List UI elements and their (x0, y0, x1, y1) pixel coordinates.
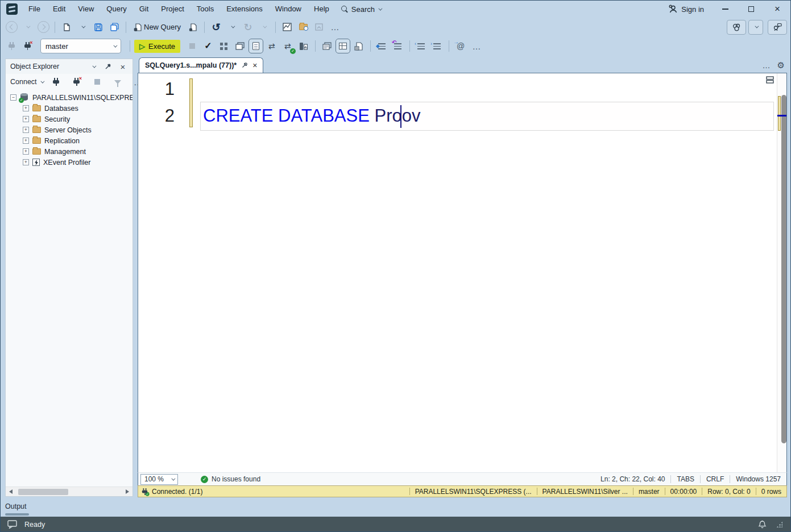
scroll-right-icon[interactable] (126, 489, 129, 494)
scroll-left-icon[interactable] (9, 489, 13, 494)
execute-button[interactable]: ▷ Execute (134, 40, 180, 53)
new-query-current-connection-button[interactable] (185, 20, 200, 35)
sql-toolbar-overflow-button[interactable]: … (469, 39, 484, 53)
cancel-query-button[interactable] (185, 39, 200, 53)
tree-node-databases[interactable]: + Databases (6, 103, 132, 114)
new-file-dropdown[interactable] (75, 20, 90, 35)
code-editor[interactable]: 1 2 CREATE DATABASE Proov (138, 73, 787, 472)
tab-close-button[interactable]: × (252, 61, 257, 69)
new-query-button[interactable]: New Query (130, 20, 184, 35)
tree-node-security[interactable]: + Security (6, 114, 132, 124)
user-accounts-button[interactable] (727, 20, 746, 35)
panel-pin-button[interactable] (103, 61, 113, 72)
activity-monitor-button[interactable] (280, 20, 295, 35)
expand-icon[interactable]: + (23, 127, 29, 133)
estimated-plan-button[interactable] (217, 39, 231, 53)
query-document-tab[interactable]: SQLQuery1.s...mpalu (77))* × (139, 57, 263, 73)
redo-button[interactable]: ↻ (241, 20, 255, 35)
expand-icon[interactable]: + (23, 159, 29, 165)
search-control[interactable]: Search (336, 5, 387, 14)
tab-pin-button[interactable] (241, 62, 248, 69)
menu-view[interactable]: View (72, 1, 100, 18)
results-to-text-button[interactable] (320, 39, 334, 53)
comment-selection-button[interactable] (375, 39, 390, 53)
toolbar-overflow-button[interactable]: … (328, 20, 342, 35)
expand-icon[interactable]: + (23, 105, 29, 111)
sign-in-button[interactable]: Sign in (661, 5, 712, 14)
menu-file[interactable]: File (22, 1, 47, 18)
increase-indent-button[interactable]: › (430, 39, 445, 53)
send-feedback-button[interactable] (768, 20, 787, 35)
connect-button[interactable] (4, 39, 19, 53)
tabs-indicator[interactable]: TABS (671, 475, 699, 483)
maximize-button[interactable] (738, 1, 764, 18)
open-recent-button[interactable] (312, 20, 326, 35)
undo-button[interactable]: ↺ (209, 20, 223, 35)
panel-close-button[interactable]: × (118, 61, 128, 72)
navigate-back-dropdown[interactable] (20, 20, 35, 35)
line-ending-indicator[interactable]: CRLF (701, 475, 730, 483)
notifications-bell-icon[interactable] (758, 520, 767, 529)
menu-edit[interactable]: Edit (47, 1, 72, 18)
menu-extensions[interactable]: Extensions (220, 1, 269, 18)
close-button[interactable]: × (764, 1, 790, 18)
menu-project[interactable]: Project (155, 1, 190, 18)
template-parameters-button[interactable]: @ → (453, 39, 468, 53)
vscrollbar-thumb[interactable] (781, 95, 786, 443)
tree-node-server-objects[interactable]: + Server Objects (6, 124, 132, 135)
menu-query[interactable]: Query (100, 1, 132, 18)
tree-node-server[interactable]: − ✓ PARALLELSWIN11\SQLEXPRESS (SQ (6, 92, 132, 103)
panel-options-chevron[interactable] (88, 61, 98, 72)
browse-find-button[interactable] (296, 20, 310, 35)
output-tab[interactable]: Output (5, 502, 27, 510)
menu-git[interactable]: Git (133, 1, 155, 18)
tree-node-management[interactable]: + Management (6, 146, 132, 157)
results-to-grid-button[interactable] (336, 39, 350, 53)
query-options-button[interactable] (233, 39, 247, 53)
editor-settings-button[interactable]: ⚙ (777, 60, 785, 70)
navigate-back-button[interactable] (4, 20, 19, 35)
save-all-button[interactable] (107, 20, 122, 35)
redo-dropdown[interactable] (256, 20, 271, 35)
decrease-indent-button[interactable]: ‹ (414, 39, 429, 53)
oe-filter-button[interactable] (110, 74, 125, 89)
tab-overflow-button[interactable]: … (763, 61, 771, 70)
expand-icon[interactable]: + (23, 116, 29, 122)
intellisense-toggle-button[interactable] (249, 39, 263, 53)
editor-vscrollbar[interactable] (777, 73, 786, 472)
menu-window[interactable]: Window (269, 1, 308, 18)
undo-dropdown[interactable] (225, 20, 239, 35)
uncomment-selection-button[interactable]: ↶ (391, 39, 405, 53)
menu-tools[interactable]: Tools (190, 1, 220, 18)
parse-button[interactable]: ✓ (201, 39, 216, 53)
hscrollbar-thumb[interactable] (18, 489, 68, 495)
splitter-handle[interactable] (766, 76, 774, 85)
compare-plan-button[interactable]: ⇄ (264, 39, 279, 53)
new-file-button[interactable] (59, 20, 74, 35)
oe-stop-button[interactable] (90, 74, 105, 89)
navigate-forward-button[interactable] (36, 20, 51, 35)
collapse-icon[interactable]: − (10, 94, 16, 101)
tree-node-replication[interactable]: + Replication (6, 135, 132, 146)
tree-node-xevent-profiler[interactable]: + XEvent Profiler (6, 157, 132, 168)
user-accounts-dropdown[interactable] (748, 20, 763, 35)
client-statistics-button[interactable] (296, 39, 311, 53)
zoom-combobox[interactable]: 100 % (140, 474, 178, 485)
minimize-button[interactable] (712, 1, 738, 18)
oe-connect-server-button[interactable] (49, 74, 64, 89)
issues-status[interactable]: ✓ No issues found (201, 475, 260, 483)
change-connection-button[interactable]: × (20, 39, 35, 53)
live-query-stats-button[interactable]: ⇄ ✓ (280, 39, 295, 53)
connect-dropdown[interactable]: Connect (10, 78, 43, 86)
expand-icon[interactable]: + (23, 148, 29, 155)
resize-grip[interactable] (777, 522, 782, 527)
save-button[interactable] (91, 20, 106, 35)
expand-icon[interactable]: + (23, 138, 29, 144)
caret-position[interactable]: Ln: 2, Ch: 22, Col: 40 (595, 475, 670, 483)
oe-disconnect-button[interactable]: × (69, 74, 84, 89)
object-explorer-hscrollbar[interactable] (6, 487, 132, 496)
menu-help[interactable]: Help (308, 1, 336, 18)
database-combobox[interactable]: master (40, 39, 121, 53)
results-to-file-button[interactable] (351, 39, 366, 53)
encoding-indicator[interactable]: Windows 1257 (730, 475, 786, 483)
